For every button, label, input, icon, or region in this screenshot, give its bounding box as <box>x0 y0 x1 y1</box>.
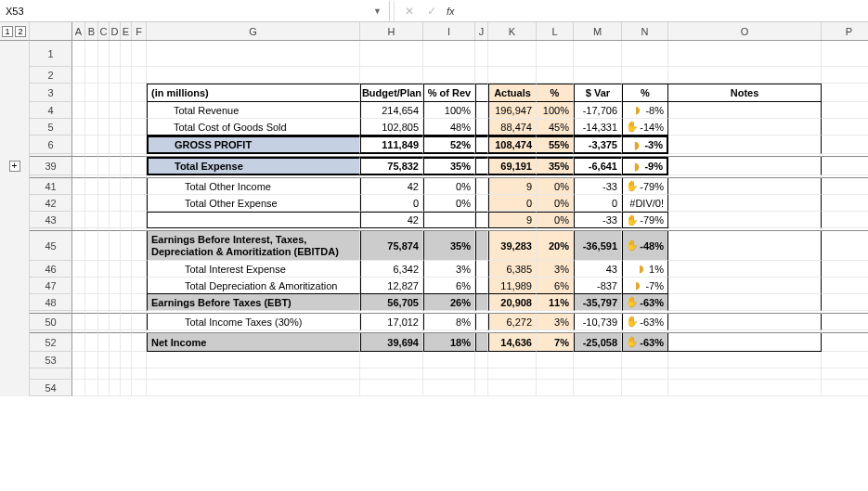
cell[interactable] <box>110 136 121 154</box>
cell-apct[interactable]: 55% <box>537 136 574 154</box>
cell-actuals[interactable]: 6,272 <box>488 314 537 330</box>
cell[interactable] <box>110 380 121 396</box>
cell-notes[interactable] <box>668 178 822 195</box>
cell[interactable] <box>85 178 98 195</box>
cell-gap[interactable] <box>475 333 488 352</box>
cell[interactable] <box>423 41 475 67</box>
cell[interactable] <box>98 84 110 102</box>
cell[interactable] <box>121 380 132 396</box>
cell-actuals[interactable]: 11,989 <box>488 278 537 294</box>
row-header[interactable]: 48 <box>30 294 72 311</box>
cell-var[interactable]: -10,739 <box>574 314 622 330</box>
cell[interactable] <box>132 212 147 228</box>
cell-vpct[interactable]: ✋-14% <box>622 119 668 136</box>
row-header[interactable]: 39 <box>30 157 72 175</box>
header-notes[interactable]: Notes <box>668 84 822 102</box>
col-header-C[interactable]: C <box>98 22 110 40</box>
cell[interactable] <box>72 178 85 195</box>
cell[interactable] <box>822 294 868 311</box>
cell[interactable] <box>132 67 147 84</box>
cell-actuals[interactable]: 9 <box>488 212 537 228</box>
cell[interactable] <box>423 380 475 396</box>
cell[interactable] <box>488 352 537 368</box>
cell[interactable] <box>423 67 475 84</box>
cell[interactable] <box>488 380 537 396</box>
cell-vpct[interactable]: ✋-63% <box>622 314 668 330</box>
header-budget[interactable]: Budget/Plan <box>360 84 423 102</box>
row-header[interactable]: 3 <box>30 84 72 102</box>
cell-pctrev[interactable]: 0% <box>423 195 475 212</box>
cell[interactable] <box>475 380 488 396</box>
cell[interactable] <box>85 136 98 154</box>
row-header[interactable]: 41 <box>30 178 72 195</box>
cell[interactable] <box>132 119 147 136</box>
row-label[interactable]: Total Other Expense <box>147 195 360 212</box>
cell-notes[interactable] <box>668 136 822 154</box>
cell[interactable] <box>98 119 110 136</box>
col-header-G[interactable]: G <box>147 22 360 40</box>
cell-actuals[interactable]: 14,636 <box>488 333 537 352</box>
outline-expand-button[interactable]: + <box>9 161 20 172</box>
col-header-M[interactable]: M <box>574 22 622 40</box>
cell-notes[interactable] <box>668 102 822 119</box>
cell[interactable] <box>574 352 622 368</box>
cell-gap[interactable] <box>475 212 488 228</box>
cell[interactable] <box>822 314 868 330</box>
cell-budget[interactable]: 6,342 <box>360 261 423 278</box>
cell[interactable] <box>622 67 668 84</box>
cell[interactable] <box>132 41 147 67</box>
cell-pctrev[interactable]: 6% <box>423 278 475 294</box>
cell[interactable] <box>668 352 822 368</box>
cell-var[interactable]: -36,591 <box>574 231 622 261</box>
header-apct[interactable]: % <box>537 84 574 102</box>
cell[interactable] <box>822 67 868 84</box>
cell-notes[interactable] <box>668 261 822 278</box>
cell[interactable] <box>121 278 132 294</box>
cell[interactable] <box>98 294 110 311</box>
cell-vpct[interactable]: ✋-48% <box>622 231 668 261</box>
cell[interactable] <box>85 314 98 330</box>
cell[interactable] <box>574 368 622 380</box>
cell-notes[interactable] <box>668 195 822 212</box>
cell[interactable] <box>72 212 85 228</box>
cell-apct[interactable]: 100% <box>537 102 574 119</box>
cell-budget[interactable]: 75,832 <box>360 157 423 175</box>
cell[interactable] <box>110 333 121 352</box>
cell-vpct[interactable]: ◗-8% <box>622 102 668 119</box>
cell[interactable] <box>132 195 147 212</box>
cell[interactable] <box>121 294 132 311</box>
cell[interactable] <box>110 294 121 311</box>
row-header[interactable]: 52 <box>30 333 72 352</box>
col-header-D[interactable]: D <box>110 22 121 40</box>
col-header-A[interactable]: A <box>72 22 85 40</box>
cell[interactable] <box>121 119 132 136</box>
cell[interactable] <box>537 41 574 67</box>
cell[interactable] <box>85 102 98 119</box>
row-header[interactable]: 2 <box>30 67 72 84</box>
cell[interactable] <box>72 102 85 119</box>
cell-notes[interactable] <box>668 278 822 294</box>
cell[interactable] <box>132 294 147 311</box>
cell[interactable] <box>72 261 85 278</box>
cell[interactable] <box>98 178 110 195</box>
cell-var[interactable]: 43 <box>574 261 622 278</box>
cell[interactable] <box>475 368 488 380</box>
cell[interactable] <box>110 352 121 368</box>
cell-gap[interactable] <box>475 119 488 136</box>
col-header-O[interactable]: O <box>668 22 822 40</box>
col-header-F[interactable]: F <box>132 22 147 40</box>
cell[interactable] <box>574 41 622 67</box>
cell[interactable] <box>110 84 121 102</box>
cell[interactable] <box>72 380 85 396</box>
row-label[interactable]: Total Other Income <box>147 178 360 195</box>
cell[interactable] <box>822 333 868 352</box>
cell[interactable] <box>121 41 132 67</box>
cell[interactable] <box>147 380 360 396</box>
col-header-B[interactable]: B <box>85 22 98 40</box>
cell[interactable] <box>85 261 98 278</box>
chevron-down-icon[interactable]: ▼ <box>373 6 387 16</box>
cell-pctrev[interactable]: 100% <box>423 102 475 119</box>
cell-actuals[interactable]: 69,191 <box>488 157 537 175</box>
cell[interactable] <box>98 212 110 228</box>
row-header[interactable] <box>30 368 72 380</box>
